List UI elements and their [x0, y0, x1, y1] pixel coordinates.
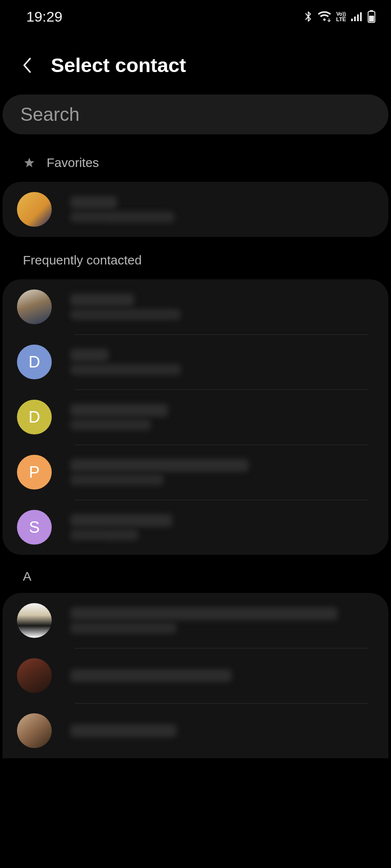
avatar: D — [17, 400, 52, 434]
alpha-a-card — [3, 593, 388, 758]
svg-rect-3 — [360, 12, 362, 21]
contact-name — [70, 724, 176, 737]
bluetooth-icon — [304, 10, 313, 23]
contact-name — [70, 459, 249, 472]
contact-subtitle — [70, 474, 164, 485]
favorites-label: Favorites — [47, 156, 99, 170]
status-time: 19:29 — [26, 8, 62, 25]
contact-text — [70, 514, 374, 540]
contact-text — [70, 349, 374, 375]
battery-icon — [367, 10, 376, 23]
volte-icon: Vo)) LTE — [336, 11, 346, 22]
avatar: P — [17, 455, 52, 490]
avatar — [17, 603, 52, 638]
contact-text — [70, 404, 374, 430]
avatar — [17, 713, 52, 748]
contact-text — [70, 196, 374, 223]
contact-row[interactable]: P — [3, 445, 388, 500]
contact-row[interactable] — [3, 703, 388, 758]
contact-row[interactable] — [3, 593, 388, 648]
contact-name — [70, 514, 172, 527]
svg-rect-1 — [354, 17, 356, 21]
contact-row[interactable]: S — [3, 500, 388, 555]
search-input[interactable] — [3, 95, 388, 134]
contact-text — [70, 607, 374, 634]
favorites-header: Favorites — [0, 150, 391, 182]
avatar — [17, 192, 52, 227]
search-container — [0, 95, 391, 150]
frequent-header: Frequently contacted — [0, 237, 391, 279]
contact-name — [70, 349, 109, 362]
frequent-label: Frequently contacted — [23, 253, 142, 267]
contact-name — [70, 607, 338, 620]
avatar: D — [17, 345, 52, 379]
svg-rect-0 — [351, 19, 353, 21]
contact-text — [70, 669, 374, 682]
avatar — [17, 289, 52, 324]
chevron-left-icon — [21, 56, 34, 75]
avatar — [17, 658, 52, 693]
contact-row[interactable]: D — [3, 334, 388, 389]
contact-row[interactable] — [3, 648, 388, 703]
svg-rect-2 — [357, 14, 359, 21]
contact-text — [70, 294, 374, 320]
contact-name — [70, 294, 134, 306]
contact-subtitle — [70, 623, 176, 634]
back-button[interactable] — [18, 56, 36, 75]
alpha-a-label: A — [23, 569, 31, 583]
contact-name — [70, 669, 232, 682]
contact-name — [70, 196, 117, 209]
status-icons: Vo)) LTE — [304, 10, 376, 23]
star-icon — [23, 156, 36, 169]
contact-text — [70, 724, 374, 737]
frequent-card: DDPS — [3, 279, 388, 555]
status-bar: 19:29 Vo)) LTE — [0, 0, 391, 33]
contact-subtitle — [70, 419, 151, 430]
contact-subtitle — [70, 309, 181, 320]
header: Select contact — [0, 33, 391, 95]
contact-row[interactable] — [3, 182, 388, 237]
wifi-icon — [317, 11, 332, 22]
contact-text — [70, 459, 374, 485]
contact-subtitle — [70, 211, 174, 223]
contact-name — [70, 404, 168, 417]
page-title: Select contact — [51, 53, 186, 77]
signal-icon — [350, 11, 363, 22]
contact-row[interactable]: D — [3, 389, 388, 445]
contact-row[interactable] — [3, 279, 388, 334]
avatar: S — [17, 510, 52, 545]
svg-rect-6 — [369, 16, 374, 22]
contact-subtitle — [70, 364, 181, 375]
favorites-card — [3, 182, 388, 237]
alpha-header-a: A — [0, 555, 391, 593]
contact-subtitle — [70, 529, 138, 540]
